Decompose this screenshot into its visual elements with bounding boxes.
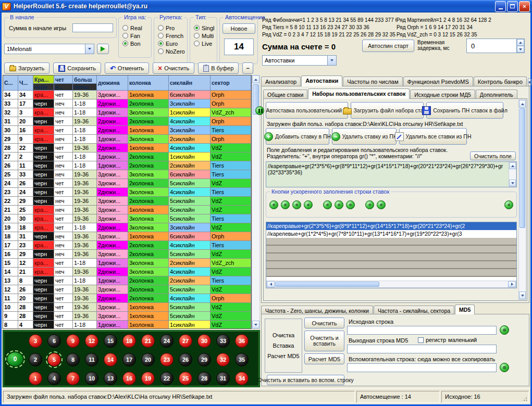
autostakes-combo[interactable]: Автоставки	[262, 55, 337, 66]
quick-fill-button-6[interactable]	[335, 200, 343, 209]
list-h-scrollbar[interactable]	[266, 281, 516, 288]
tab-freq-0[interactable]: Частота - Zero, шансы, дюжины, колонки	[261, 306, 373, 314]
column-header[interactable]: сектор	[211, 75, 251, 91]
tab-set-3[interactable]: Дополнитель	[476, 90, 517, 99]
md5-clear-paste-button[interactable]: Очистить и вставить	[304, 331, 344, 351]
tab-freq-1[interactable]: Частота - сиклайны, сектора	[374, 306, 454, 314]
scroll-right-button[interactable]	[508, 281, 516, 287]
column-header[interactable]: колонка	[128, 75, 169, 91]
load-button[interactable]: Загрузить	[4, 62, 50, 74]
board-number[interactable]: 14	[104, 353, 117, 366]
radio-option-2[interactable]: Live	[194, 40, 217, 47]
column-header[interactable]: Ч...	[18, 75, 33, 91]
list-item[interactable]: //кареправые+gr(2*3*5*6)+gr(8*9*11*12)+g…	[266, 222, 516, 230]
scroll-thumb[interactable]	[275, 282, 379, 287]
clear-field-button[interactable]: Очистить поле	[470, 151, 516, 160]
tab-analyzer-2[interactable]: Частоты по числам	[343, 77, 402, 86]
bet-edit-field[interactable]: //кареправые+gr(2*3*5*6)+gr(8*9*11*12)+g…	[266, 161, 517, 187]
undo-button[interactable]: Отменить	[105, 62, 149, 74]
scroll-left-button[interactable]	[267, 281, 275, 287]
board-number[interactable]: 31	[216, 372, 230, 385]
board-number[interactable]: 15	[104, 334, 117, 348]
radio-option-2[interactable]: Euro	[158, 40, 187, 47]
md5-clear-paste-aux-button[interactable]: Очистить и вставить во вспом. строку	[267, 375, 344, 385]
radio-option-1[interactable]: French	[158, 32, 187, 40]
play-button[interactable]	[97, 44, 109, 54]
scroll-down-button[interactable]	[252, 321, 259, 328]
quick-fill-button-9[interactable]	[377, 200, 386, 209]
board-number[interactable]: 12	[85, 334, 98, 348]
chevron-down-icon[interactable]	[85, 44, 94, 54]
radio-option-0[interactable]: Real	[122, 24, 151, 32]
board-number[interactable]: 23	[160, 353, 174, 366]
column-header[interactable]: Кра...	[33, 75, 54, 84]
board-number[interactable]: 25	[179, 372, 192, 385]
radio-option-1[interactable]: Multi	[194, 32, 217, 40]
tab-analyzer-0[interactable]: Анализатор	[261, 77, 301, 86]
collapse-button[interactable]: −	[242, 62, 253, 74]
tab-analyzer-3[interactable]: Функционал PsevdoMS	[403, 77, 473, 86]
board-number[interactable]: 11	[85, 353, 98, 366]
board-number[interactable]: 21	[141, 334, 155, 348]
tab-analyzer-4[interactable]: Контроль банкро	[474, 77, 527, 86]
board-number[interactable]: 4	[47, 372, 61, 385]
column-header[interactable]: чет	[54, 75, 73, 84]
column-header[interactable]: н...	[54, 84, 73, 91]
tab-set-1[interactable]: Наборы пользовательских ставок	[308, 88, 410, 99]
tab-scroll-left-button[interactable]	[528, 78, 531, 86]
board-number[interactable]: 35	[235, 353, 249, 366]
column-header[interactable]: менш	[73, 84, 97, 91]
scroll-up-button[interactable]	[509, 162, 516, 169]
load-set-file-button[interactable]: Загрузить файл набора ставок	[351, 102, 424, 119]
tab-analyzer-1[interactable]: Автоставки	[301, 75, 342, 86]
edit-field-scrollbar[interactable]	[509, 162, 516, 187]
board-number[interactable]: 2	[29, 353, 42, 366]
column-header[interactable]: С...	[3, 75, 18, 91]
board-number[interactable]: 30	[197, 334, 211, 348]
board-number[interactable]: 22	[160, 372, 174, 385]
maximize-button[interactable]	[507, 1, 518, 12]
quick-fill-button-10[interactable]	[504, 200, 513, 209]
board-number[interactable]: 1	[29, 372, 42, 385]
clear-button[interactable]: Очистить	[153, 62, 194, 74]
board-number[interactable]: 7	[66, 372, 80, 385]
radio-option-2[interactable]: Bon	[122, 40, 151, 47]
to-buffer-button[interactable]: В буфер	[198, 62, 239, 74]
board-number[interactable]: 24	[160, 334, 174, 348]
output-string-input[interactable]	[347, 345, 497, 353]
quick-fill-button-3[interactable]	[292, 200, 301, 209]
md5-clear-button[interactable]: Очистить	[304, 318, 344, 328]
profile-combo[interactable]: 1Melonati	[4, 44, 94, 54]
md5-calc-button[interactable]: Расчет MD5	[304, 353, 344, 364]
list-item[interactable]: //карелевые+gr(1*2*4*5)+gr(7*8*10*11)+gr…	[266, 230, 516, 238]
delete-bet-button[interactable]: Удалить ставку из ПН	[332, 128, 397, 145]
delete-all-bets-button[interactable]: Удалить все ставки из ПН	[399, 128, 467, 145]
board-number[interactable]: 26	[179, 353, 192, 366]
bet-set-list[interactable]: //кареправые+gr(2*3*5*6)+gr(8*9*11*12)+g…	[266, 222, 517, 288]
quick-fill-button-8[interactable]	[365, 200, 374, 209]
board-number[interactable]: 3	[29, 334, 42, 348]
board-number[interactable]: 27	[179, 334, 192, 348]
board-number[interactable]: 13	[104, 372, 117, 385]
minimize-button[interactable]	[495, 1, 506, 12]
column-header[interactable]: больш	[73, 75, 97, 84]
source-action-button[interactable]	[500, 325, 509, 335]
radio-option-1[interactable]: Fan	[122, 32, 151, 40]
aux-string-input[interactable]	[347, 363, 497, 372]
board-number[interactable]: 8	[66, 353, 80, 366]
board-zero[interactable]: 0	[7, 352, 23, 366]
board-number[interactable]: 5	[47, 353, 61, 366]
board-number[interactable]: 19	[141, 372, 155, 385]
board-number[interactable]: 34	[235, 372, 249, 385]
board-number[interactable]: 28	[197, 372, 211, 385]
radio-option-0[interactable]: Pro	[158, 24, 187, 32]
board-number[interactable]: 29	[197, 353, 211, 366]
start-sum-input[interactable]	[72, 23, 113, 32]
tab-freq-2[interactable]: MD5	[455, 304, 475, 314]
register-checkbox[interactable]	[418, 337, 424, 343]
scroll-thumb[interactable]	[519, 108, 525, 228]
quick-fill-button-4[interactable]	[304, 200, 313, 209]
board-number[interactable]: 10	[85, 372, 98, 385]
radio-option-3[interactable]: NoZero	[158, 47, 187, 55]
tab-set-0[interactable]: Общие ставки	[263, 90, 307, 99]
